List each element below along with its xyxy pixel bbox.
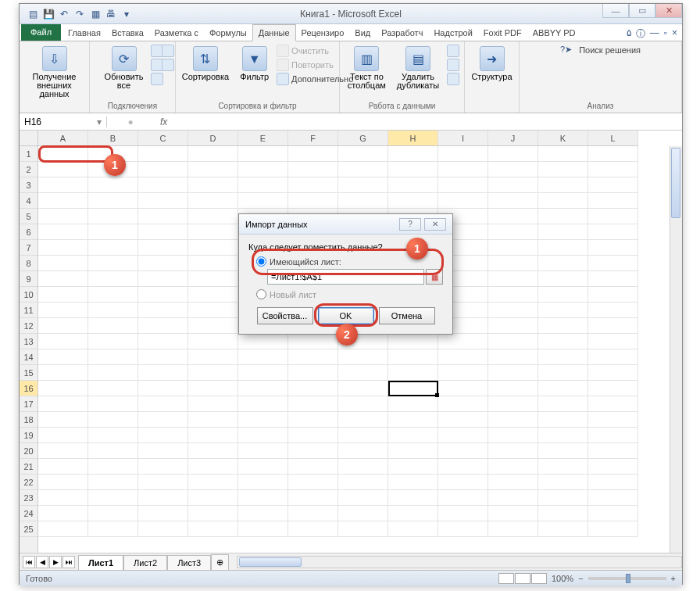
- cell[interactable]: [488, 334, 538, 349]
- refresh-all-button[interactable]: ⟳ Обновить все: [102, 45, 147, 91]
- cell[interactable]: [38, 521, 88, 537]
- cell[interactable]: [538, 349, 588, 365]
- cell[interactable]: [138, 177, 188, 193]
- cell[interactable]: [288, 396, 338, 412]
- cell[interactable]: [138, 506, 188, 521]
- get-external-data-button[interactable]: ⇩ Получение внешних данных: [26, 45, 83, 100]
- cell[interactable]: [238, 396, 288, 412]
- cell-reference-input[interactable]: [267, 269, 424, 285]
- tab-review[interactable]: Рецензиро: [296, 25, 350, 41]
- cell[interactable]: [188, 162, 238, 177]
- cell[interactable]: [138, 224, 188, 240]
- cell[interactable]: [38, 381, 88, 396]
- cell[interactable]: [488, 412, 538, 428]
- ok-button[interactable]: OK: [318, 307, 374, 324]
- cell[interactable]: [438, 365, 488, 381]
- cell[interactable]: [538, 365, 588, 381]
- cell[interactable]: [188, 334, 238, 349]
- cell[interactable]: [438, 412, 488, 428]
- select-all-button[interactable]: [20, 131, 38, 146]
- cell[interactable]: [138, 521, 188, 537]
- prev-sheet-button[interactable]: ◀: [36, 556, 48, 568]
- cell[interactable]: [238, 475, 288, 490]
- tab-home[interactable]: Главная: [62, 25, 106, 41]
- whatif-button[interactable]: [447, 73, 459, 85]
- cell[interactable]: [588, 490, 638, 506]
- cell[interactable]: [488, 349, 538, 365]
- cell[interactable]: [538, 381, 588, 396]
- cell[interactable]: [88, 256, 138, 271]
- cell[interactable]: [38, 224, 88, 240]
- cell[interactable]: [388, 162, 438, 177]
- cell[interactable]: [588, 146, 638, 162]
- cell[interactable]: [488, 365, 538, 381]
- cell[interactable]: [488, 459, 538, 475]
- cell[interactable]: [538, 490, 588, 506]
- cell[interactable]: [438, 381, 488, 396]
- cell[interactable]: [88, 365, 138, 381]
- column-header-J[interactable]: J: [488, 131, 538, 145]
- cell[interactable]: [188, 412, 238, 428]
- cell[interactable]: [538, 506, 588, 521]
- cell[interactable]: [88, 443, 138, 459]
- cell[interactable]: [538, 271, 588, 287]
- cell[interactable]: [138, 381, 188, 396]
- cell[interactable]: [588, 396, 638, 412]
- cell[interactable]: [88, 146, 138, 162]
- cell[interactable]: [538, 428, 588, 443]
- last-sheet-button[interactable]: ⏭: [62, 556, 75, 568]
- tab-layout[interactable]: Разметка с: [149, 25, 204, 41]
- cell[interactable]: [538, 475, 588, 490]
- cell[interactable]: [38, 146, 88, 162]
- cell[interactable]: [388, 177, 438, 193]
- column-header-E[interactable]: E: [238, 131, 288, 145]
- row-header-7[interactable]: 7: [20, 240, 38, 256]
- cell[interactable]: [238, 349, 288, 365]
- column-header-B[interactable]: B: [88, 131, 138, 145]
- cell[interactable]: [238, 381, 288, 396]
- cell[interactable]: [88, 396, 138, 412]
- solver-button[interactable]: ?➤ Поиск решения: [560, 45, 641, 55]
- cell[interactable]: [488, 318, 538, 334]
- cell[interactable]: [488, 506, 538, 521]
- cell[interactable]: [238, 443, 288, 459]
- sheet-tab-2[interactable]: Лист2: [123, 555, 167, 570]
- column-header-I[interactable]: I: [438, 131, 488, 145]
- horizontal-scrollbar[interactable]: [237, 556, 682, 568]
- cell[interactable]: [238, 334, 288, 349]
- first-sheet-button[interactable]: ⏮: [23, 556, 35, 568]
- cell[interactable]: [288, 490, 338, 506]
- cell[interactable]: [538, 256, 588, 271]
- cell[interactable]: [38, 506, 88, 521]
- row-header-18[interactable]: 18: [20, 412, 38, 428]
- cell[interactable]: [588, 287, 638, 303]
- cell[interactable]: [338, 490, 388, 506]
- cell[interactable]: [88, 240, 138, 256]
- tab-data[interactable]: Данные: [252, 24, 296, 41]
- column-header-G[interactable]: G: [338, 131, 388, 145]
- outline-button[interactable]: ➜ Структура: [468, 45, 515, 83]
- cell[interactable]: [588, 193, 638, 209]
- cell[interactable]: [138, 490, 188, 506]
- row-header-22[interactable]: 22: [20, 475, 38, 490]
- cell[interactable]: [438, 146, 488, 162]
- cell[interactable]: [38, 443, 88, 459]
- cell[interactable]: [388, 412, 438, 428]
- cell[interactable]: [288, 177, 338, 193]
- cell[interactable]: [38, 256, 88, 271]
- cell[interactable]: [138, 240, 188, 256]
- range-picker-button[interactable]: ▦: [426, 269, 443, 285]
- cell[interactable]: [88, 271, 138, 287]
- cell[interactable]: [338, 162, 388, 177]
- cell[interactable]: [488, 177, 538, 193]
- row-header-8[interactable]: 8: [20, 256, 38, 271]
- cell-grid[interactable]: [38, 146, 670, 537]
- sort-az-button[interactable]: [162, 45, 174, 57]
- cell[interactable]: [138, 193, 188, 209]
- cell[interactable]: [588, 334, 638, 349]
- cell[interactable]: [188, 303, 238, 318]
- cell[interactable]: [138, 287, 188, 303]
- cell[interactable]: [288, 162, 338, 177]
- cell[interactable]: [88, 349, 138, 365]
- row-header-12[interactable]: 12: [20, 318, 38, 334]
